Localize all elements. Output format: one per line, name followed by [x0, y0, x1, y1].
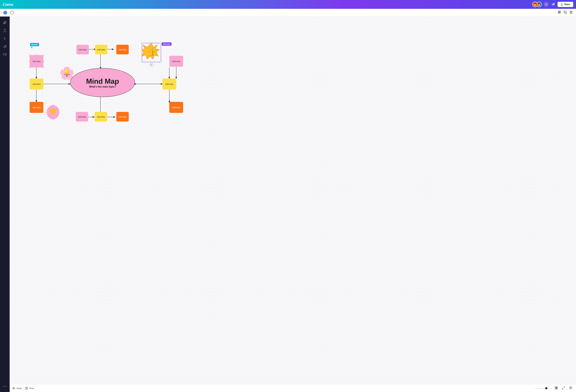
- svg-rect-2: [554, 3, 554, 5]
- header: Canva 👨 👩 + Share: [0, 0, 576, 9]
- svg-point-4: [3, 11, 7, 15]
- analytics-button[interactable]: [551, 1, 556, 7]
- copy-button[interactable]: [563, 10, 568, 15]
- svg-rect-7: [560, 11, 561, 12]
- canva-logo: Canva: [3, 2, 13, 7]
- delete-button[interactable]: [569, 10, 573, 15]
- color-palette-button[interactable]: [3, 10, 8, 15]
- add-collaborator-button[interactable]: +: [544, 2, 549, 7]
- svg-rect-11: [565, 12, 567, 14]
- avatar-group: 👨 👩: [532, 2, 542, 7]
- avatar-user1[interactable]: 👨: [532, 2, 538, 7]
- share-button[interactable]: Share: [558, 2, 573, 7]
- svg-rect-0: [552, 4, 552, 5]
- svg-rect-1: [553, 3, 553, 5]
- style-button[interactable]: [9, 10, 14, 15]
- toolbar-right: [557, 10, 573, 15]
- svg-rect-8: [558, 12, 559, 13]
- header-right: 👨 👩 + Share: [532, 1, 573, 7]
- toolbar: [0, 9, 576, 17]
- add-element-button[interactable]: [557, 10, 562, 15]
- svg-rect-6: [558, 11, 559, 12]
